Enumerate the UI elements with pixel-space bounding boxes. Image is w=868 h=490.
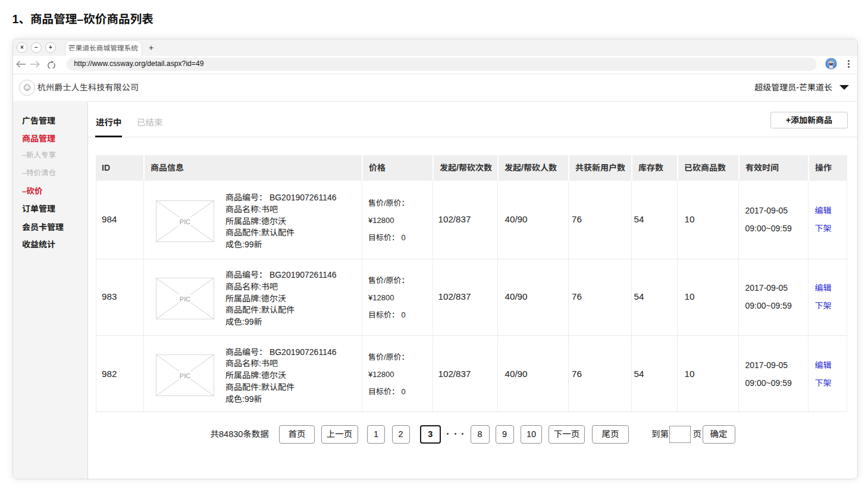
svg-text:PIC: PIC <box>179 372 190 379</box>
svg-text:PIC: PIC <box>179 218 190 225</box>
svg-text:PIC: PIC <box>179 296 190 303</box>
